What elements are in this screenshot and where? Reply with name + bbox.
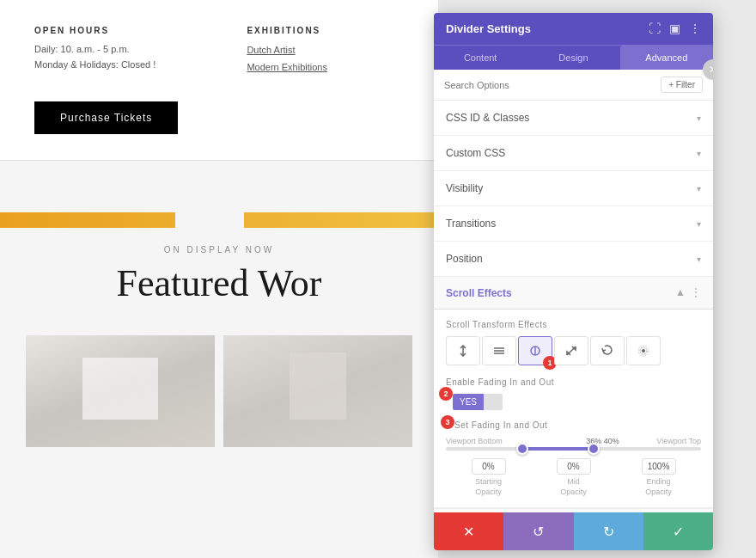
slider-area: Viewport Bottom 36% 40% Viewport Top 0% [446, 437, 701, 497]
panel-header: Divider Settings ⛶ ▣ ⋮ [434, 13, 713, 45]
filter-button[interactable]: + Filter [661, 77, 703, 93]
settings-panel: Divider Settings ⛶ ▣ ⋮ Content Design Ad… [434, 13, 713, 550]
save-button[interactable]: ✓ [643, 512, 713, 550]
chevron-icon: ▾ [697, 219, 701, 229]
svg-line-6 [567, 346, 576, 355]
mid-opacity-col: 0% MidOpacity [531, 457, 616, 497]
chevron-icon: ▾ [697, 149, 701, 158]
starting-opacity-value[interactable]: 0% [472, 458, 506, 475]
ending-opacity-label: EndingOpacity [616, 477, 701, 497]
set-fading-label: Set Fading In and Out [454, 420, 701, 430]
featured-title: Featured Wor [26, 261, 412, 305]
tab-design[interactable]: Design [527, 46, 619, 70]
tab-bar: Content Design Advanced [434, 45, 713, 70]
gallery-row [0, 322, 438, 447]
slider-fill [522, 447, 594, 451]
starting-opacity-label: StartingOpacity [446, 477, 531, 497]
tab-content[interactable]: Content [434, 46, 527, 70]
accordion-list: CSS ID & Classes ▾ Custom CSS ▾ Visibili… [434, 101, 713, 512]
purchase-tickets-button[interactable]: Purchase Tickets [34, 101, 178, 134]
slider-thumb-left[interactable] [516, 443, 528, 455]
chevron-icon: ▾ [697, 113, 701, 123]
gallery-thumb-2 [223, 335, 412, 447]
transform-btn-horizontal[interactable] [482, 336, 516, 365]
transform-btn-scale[interactable] [554, 336, 588, 365]
viewport-top-label: Viewport Top [656, 437, 701, 445]
exhibitions-col: EXHIBITIONS Dutch Artist Modern Exhibiti… [247, 26, 327, 134]
on-display-label: ON DISPLAY NOW [26, 245, 412, 254]
open-hours-col: OPEN HOURS Daily: 10. a.m. - 5 p.m. Mond… [34, 26, 178, 134]
slider-thumb-right[interactable] [588, 443, 600, 455]
transform-btn-opacity[interactable]: 1 [518, 336, 552, 365]
accordion-position[interactable]: Position ▾ [434, 242, 713, 277]
accordion-transitions-label: Transitions [446, 218, 496, 230]
discard-button[interactable]: ✕ [434, 512, 503, 550]
accordion-position-label: Position [446, 253, 483, 265]
transform-label: Scroll Transform Effects [446, 320, 701, 329]
badge-2: 2 [439, 387, 453, 401]
transform-btn-rotate[interactable] [590, 336, 625, 365]
mid-opacity-value[interactable]: 0% [557, 458, 591, 475]
opacity-inputs-row: 0% StartingOpacity 0% MidOpacity 100% En… [446, 457, 701, 497]
transform-btn-vertical[interactable] [446, 336, 480, 365]
layout-icon[interactable]: ▣ [669, 21, 680, 36]
badge-3: 3 [441, 415, 454, 429]
redo-button[interactable]: ↻ [574, 512, 643, 550]
ending-opacity-value[interactable]: 100% [642, 458, 676, 475]
enable-fading-row: 2 YES [446, 394, 701, 410]
slider-track[interactable] [446, 447, 701, 451]
fullscreen-icon[interactable]: ⛶ [649, 22, 661, 36]
accordion-visibility[interactable]: Visibility ▾ [434, 171, 713, 206]
chevron-icon: ▾ [697, 184, 701, 193]
chevron-icon: ▾ [697, 254, 701, 264]
set-fading-section: 3 Set Fading In and Out Viewport Bottom … [446, 420, 701, 497]
more-options-icon[interactable]: ⋮ [689, 21, 701, 36]
open-hours-line1: Daily: 10. a.m. - 5 p.m. [34, 42, 178, 58]
search-bar: + Filter [434, 70, 713, 101]
scroll-effects-more-icon[interactable]: ⋮ [691, 286, 701, 299]
accordion-transitions[interactable]: Transitions ▾ [434, 206, 713, 242]
preview-top-bar: OPEN HOURS Daily: 10. a.m. - 5 p.m. Mond… [0, 0, 438, 161]
featured-section: ON DISPLAY NOW Featured Wor [0, 228, 438, 322]
accordion-custom-css[interactable]: Custom CSS ▾ [434, 136, 713, 171]
exhibition-link-1[interactable]: Dutch Artist [247, 42, 327, 59]
mid-opacity-label: MidOpacity [531, 477, 616, 497]
toggle-no-button[interactable] [484, 394, 503, 410]
scroll-effects-title: Scroll Effects [446, 287, 512, 299]
svg-point-7 [642, 349, 645, 353]
slider-labels: Viewport Bottom 36% 40% Viewport Top [446, 437, 701, 445]
panel-header-icons: ⛶ ▣ ⋮ [649, 21, 701, 36]
website-preview: OPEN HOURS Daily: 10. a.m. - 5 p.m. Mond… [0, 0, 438, 558]
accordion-custom-css-label: Custom CSS [446, 147, 505, 159]
action-bar: ✕ ↺ ↻ ✓ [434, 512, 713, 550]
viewport-bottom-label: Viewport Bottom [446, 437, 503, 445]
search-input[interactable] [444, 80, 654, 90]
toggle-yes-button[interactable]: YES [453, 394, 484, 410]
accordion-css-id-label: CSS ID & Classes [446, 112, 529, 124]
exhibition-link-2[interactable]: Modern Exhibitions [247, 59, 327, 77]
scroll-effects-header[interactable]: Scroll Effects ▲ ⋮ [434, 277, 713, 310]
starting-opacity-col: 0% StartingOpacity [446, 457, 531, 497]
enable-fading-label: Enable Fading In and Out [446, 377, 701, 387]
transform-btn-blur[interactable] [626, 336, 661, 365]
toggle-group: YES [453, 394, 503, 410]
transform-icons-row: 1 [446, 336, 701, 365]
ending-opacity-col: 100% EndingOpacity [616, 457, 701, 497]
scroll-effects-body: Scroll Transform Effects 1 [434, 310, 713, 508]
open-hours-line2: Monday & Holidays: Closed ! [34, 58, 178, 73]
exhibitions-label: EXHIBITIONS [247, 26, 327, 35]
scroll-effects-header-icons: ▲ ⋮ [675, 286, 701, 299]
undo-button[interactable]: ↺ [503, 512, 573, 550]
gallery-thumb-1 [26, 335, 215, 447]
panel-title: Divider Settings [446, 22, 531, 35]
orange-divider [0, 212, 438, 228]
accordion-css-id[interactable]: CSS ID & Classes ▾ [434, 101, 713, 136]
open-hours-label: OPEN HOURS [34, 26, 178, 35]
tab-advanced[interactable]: Advanced [620, 46, 713, 70]
accordion-visibility-label: Visibility [446, 182, 483, 194]
collapse-icon[interactable]: ▲ [675, 286, 686, 299]
